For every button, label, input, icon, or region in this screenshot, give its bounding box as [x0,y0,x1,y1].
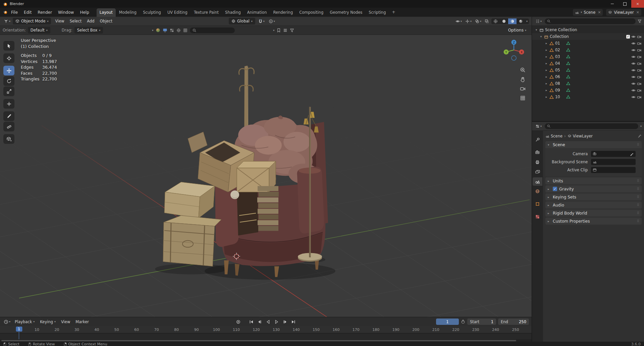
camera-visibility-icon[interactable] [637,55,641,59]
workspace-tab[interactable]: Geometry Nodes [327,8,365,17]
object-visibility-dropdown[interactable]: ▾ [454,19,463,24]
camera-visibility-icon[interactable] [637,35,641,39]
play-reverse-button[interactable] [264,319,272,325]
add-workspace-button[interactable]: + [389,8,398,16]
drag-dropdown[interactable]: Select Box ▾ [74,27,103,34]
object-name[interactable]: 01 [555,41,560,46]
outliner-object-row[interactable]: ▸ 02 [532,47,644,53]
transform-orientation-dropdown[interactable]: Global ▾ [229,18,255,24]
stopwatch-icon[interactable] [461,320,465,324]
start-frame-field[interactable]: Start 1 [467,319,496,325]
filter-funnel-icon[interactable] [290,28,294,33]
shading-dropdown-icon[interactable]: ▾ [525,20,529,23]
workspace-tab[interactable]: Layout [97,8,116,17]
breadcrumb-scene[interactable]: Scene [545,134,562,138]
blender-menu-icon[interactable] [3,10,8,15]
cursor-tool[interactable] [3,53,14,63]
menu-item[interactable]: Edit [21,9,35,16]
mode-dropdown[interactable]: Object Mode ▾ [13,18,51,24]
disclosure-icon[interactable]: ▸ [545,68,548,72]
props-tab-output[interactable] [533,158,542,166]
unlink-scene-icon[interactable]: × [597,10,601,14]
snapping-toggle[interactable]: ▾ [257,19,266,24]
screen-icon[interactable] [163,28,167,33]
material-preview-shading-button[interactable] [508,18,517,24]
maximize-button[interactable] [619,0,631,8]
viewport-menu-item[interactable]: Add [84,18,97,24]
camera-visibility-icon[interactable] [637,75,641,79]
play-button[interactable] [273,319,280,325]
outliner-search-input[interactable] [545,18,636,24]
outliner-object-row[interactable]: ▸ 06 [532,73,644,80]
menu-item[interactable]: Help [77,9,92,16]
scene-panel-header[interactable]: ▾ Scene ⠿ [545,141,642,148]
gizmos-dropdown[interactable]: ▾ [464,19,473,24]
pin-icon[interactable] [638,134,642,138]
outliner-object-row[interactable]: ▸ 10 [532,94,644,100]
object-name[interactable]: 09 [555,88,560,93]
props-tab-object[interactable] [533,200,542,208]
outliner-filter-icon[interactable] [638,19,642,23]
disclosure-icon[interactable]: ▸ [545,62,548,65]
solid-shading-button[interactable] [500,18,508,24]
hide-eye-icon[interactable] [631,35,636,39]
disclosure-icon[interactable]: ▾ [535,28,538,32]
end-frame-field[interactable]: End 250 [498,319,529,325]
timeline-menu-item[interactable]: View [58,319,73,325]
outliner-object-row[interactable]: ▸ 08 [532,80,644,87]
timeline-menu-item[interactable]: Marker [73,319,92,325]
chevron-down-icon[interactable]: ▾ [152,29,153,32]
editor-type-selector[interactable]: ▾ [3,18,11,24]
active-clip-field[interactable] [591,167,636,173]
outliner-object-row[interactable]: ▸ 09 [532,87,644,94]
list-icon[interactable] [283,28,287,33]
properties-section-header[interactable]: ▸ Keying Sets ⠿ [545,193,642,200]
gizmo-x-label[interactable]: X [521,51,523,54]
disclosure-icon[interactable]: ▸ [545,95,548,99]
props-tab-world[interactable] [533,187,542,195]
props-tab-render[interactable] [533,148,542,157]
breadcrumb-viewlayer[interactable]: ViewLayer [568,134,593,138]
outliner-object-row[interactable]: ▸ 05 [532,67,644,73]
workspace-tab[interactable]: Compositing [296,8,326,17]
3d-viewport[interactable]: User Perspective (1) Collection Objects … [0,35,532,317]
timeline-scrollbar-thumb[interactable] [1,340,516,341]
auto-keying-button[interactable] [234,319,242,325]
camera-visibility-icon[interactable] [637,61,641,66]
ortho-grid-icon[interactable] [520,95,526,101]
timeline-channels[interactable] [0,333,532,340]
workspace-tab[interactable]: Animation [244,8,270,17]
rotate-tool[interactable] [3,76,14,86]
chest[interactable] [163,216,221,267]
hide-eye-icon[interactable] [631,48,636,52]
jump-to-end-button[interactable] [289,319,297,325]
properties-section-header[interactable]: ▸ ✓ Gravity ⠿ [545,185,642,192]
props-tab-view-layer[interactable] [533,168,542,176]
rendered-shading-button[interactable] [517,18,525,24]
menu-item[interactable]: Render [35,9,55,16]
properties-editor-type[interactable]: ▾ [534,124,543,129]
scene-selector[interactable]: ▾ Scene × [573,9,603,16]
camera-visibility-icon[interactable] [637,48,641,52]
hide-eye-icon[interactable] [631,55,636,59]
section-checkbox[interactable]: ✓ [553,187,557,191]
workspace-tab[interactable]: UV Editing [164,8,191,17]
viewlayer-selector[interactable]: ViewLayer × [606,9,641,16]
select-box-tool[interactable] [3,41,14,51]
collection-checkbox[interactable]: ✓ [626,35,630,39]
workspace-tab[interactable]: Rendering [270,8,296,17]
outliner-object-row[interactable]: ▸ 01 [532,40,644,47]
disclosure-icon[interactable]: ▸ [545,48,548,52]
timeline-menu-item[interactable]: Keying▾ [37,319,58,325]
zoom-icon[interactable] [520,67,526,73]
world-icon[interactable] [176,28,181,33]
preview-sphere-icon[interactable] [156,28,160,33]
timeline-scrollbar-track[interactable] [0,339,532,342]
close-button[interactable]: × [631,0,644,8]
workspace-tab[interactable]: Shading [222,8,244,17]
jump-to-start-button[interactable] [248,319,255,325]
collection-row[interactable]: ▾ Collection ✓ [532,33,644,40]
object-name[interactable]: 06 [555,74,560,79]
scale-tool[interactable] [3,86,14,96]
minimize-button[interactable] [606,0,619,8]
